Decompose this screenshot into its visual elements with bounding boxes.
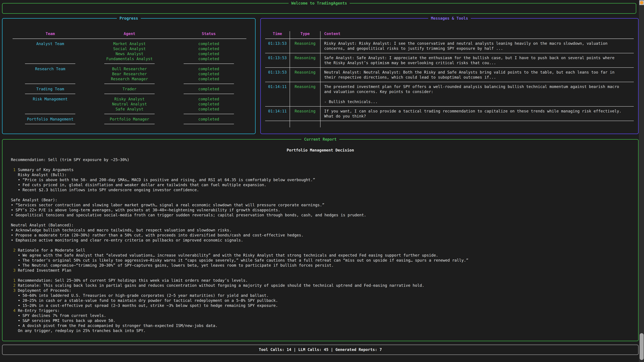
message-content-line: Neutral Analyst: Neutral Analyst: Both t… [324,70,634,75]
report-heading: Portfolio Management Decision [2,148,638,153]
message-row: 01:13:53ReasoningRisky Analyst: Risky An… [265,39,634,53]
progress-section-separator [10,91,248,96]
messages-panel: Messages & Tools Time Type Content 01:13… [260,18,639,134]
message-content: Safe Analyst: Safe Analyst: I appreciate… [320,53,634,67]
progress-row: Portfolio ManagementPortfolio Managercom… [10,117,248,122]
progress-rows: Analyst TeamMarket AnalystcompletedSocia… [10,41,248,127]
progress-table-header: Team Agent Status [10,31,248,36]
report-bullet-marker: • [18,263,20,268]
progress-cell-status: completed [169,86,248,91]
progress-cell-team [10,107,90,112]
report-line: • Recent $2.3 billion inflows into SPY u… [11,187,632,192]
separator-line [184,63,234,64]
progress-cell-agent: Trader [90,86,169,91]
separator-line [25,124,75,124]
report-bullet-marker: • [18,298,20,303]
progress-cell-agent: Bear Researcher [90,71,169,76]
report-bullet-marker: • [18,178,20,182]
tail-cell [320,121,634,127]
progress-row: Neutral Analystcompleted [10,102,248,107]
welcome-banner: Welcome to TradingAgents [2,3,636,14]
report-line: 2 Rationale: This scaling back locks in … [11,283,632,288]
message-type: Reasoning [290,39,320,53]
scrollbar-top-button[interactable] [639,0,644,5]
report-line: • Fed cuts priced in, global disinflatio… [11,182,632,187]
progress-cell-team: Portfolio Management [10,117,90,122]
messages-table-header: Time Type Content [265,31,634,39]
message-row: 01:13:53ReasoningNeutral Analyst: Neutra… [265,68,634,82]
report-bullet-marker: • [11,213,13,217]
progress-cell-agent: Bull Researcher [90,66,169,71]
report-number-marker: 3 [13,268,16,273]
message-content: The presented investment plan for SPY of… [320,82,634,106]
report-line: • The Neutral compromise—“trimming 20–30… [11,263,632,268]
progress-cell-status: completed [169,107,248,112]
report-bullet-marker: • [11,233,13,237]
message-content-line: concerns, and geopolitical risks to just… [324,46,634,51]
progress-cell-status: completed [169,51,248,56]
progress-cell-team: Analyst Team [10,41,90,46]
progress-cell-agent: Market Analyst [90,41,169,46]
separator-cell [169,91,248,96]
scrollbar-track[interactable] [639,0,644,362]
report-line: • “Services sector contraction and slowi… [11,202,632,207]
message-time: 01:14:11 [265,107,290,121]
report-body: Recommendation: Sell (trim SPY exposure … [11,157,632,333]
separator-line [25,114,75,114]
separator-cell [10,91,90,96]
progress-panel-title: Progress [117,16,141,21]
separator-line [25,63,75,64]
report-line: • S&P services PMI turns back up above 5… [11,318,632,323]
report-line: Recommendation: Sell (trim SPY exposure … [11,157,632,162]
progress-cell-status: completed [169,71,248,76]
separator-cell [90,91,169,96]
progress-cell-team: Risk Management [10,96,90,102]
report-line [11,162,632,167]
report-bullet-marker: • [18,324,20,328]
separator-cell [10,61,90,66]
message-content: If you want, I can also provide a tactic… [320,107,634,121]
report-line [11,192,632,197]
report-bullet-marker: • [18,293,20,298]
report-number-marker: 4 [13,308,16,313]
progress-cell-agent: Safe Analyst [90,107,169,112]
message-content-line: What do you think? [324,114,634,119]
progress-cell-team [10,71,90,76]
progress-section-separator [10,61,248,66]
report-line: • 50–60% into laddered U.S. Treasuries o… [11,293,632,298]
report-bullet-marker: • [18,258,20,263]
progress-col-status: Status [169,31,248,36]
progress-cell-agent: Portfolio Manager [90,117,169,122]
message-content-line: and valuation concerns. Key points to co… [324,89,634,94]
separator-cell [90,122,169,127]
progress-row: Analyst TeamMarket Analystcompleted [10,41,248,46]
progress-row: Social Analystcompleted [10,46,248,51]
message-type: Reasoning [290,68,320,82]
separator-line [104,63,155,64]
message-time: 01:13:53 [265,68,290,82]
scrollbar-thumb[interactable] [640,333,644,360]
progress-cell-agent: Neutral Analyst [90,102,169,107]
progress-table: Team Agent Status Analyst TeamMarket Ana… [10,31,248,127]
progress-cell-agent: Social Analyst [90,46,169,51]
progress-header-rule [10,36,248,41]
separator-cell [10,81,90,86]
report-line: 3 Deployment of Proceeds: [11,288,632,293]
message-time: 01:13:53 [265,53,290,67]
message-content-line: - Bullish technicals... [324,99,634,104]
message-content-line [324,94,634,99]
progress-cell-status: completed [169,56,248,61]
separator-cell [169,112,248,117]
messages-col-time: Time [265,31,290,38]
progress-cell-status: completed [169,102,248,107]
report-line: • A dovish pivot from the Fed accompanie… [11,323,632,328]
report-bullet-marker: • [11,228,13,232]
report-bullet-marker: • [18,188,20,192]
progress-cell-team [10,46,90,51]
separator-line [184,124,234,124]
welcome-title: Welcome to TradingAgents [289,1,350,6]
message-content-line: Risky Analyst: Risky Analyst: I see the … [324,41,634,46]
progress-section-separator [10,112,248,117]
report-line: • The trader’s original 50% cut is likel… [11,258,632,263]
report-line [11,243,632,248]
